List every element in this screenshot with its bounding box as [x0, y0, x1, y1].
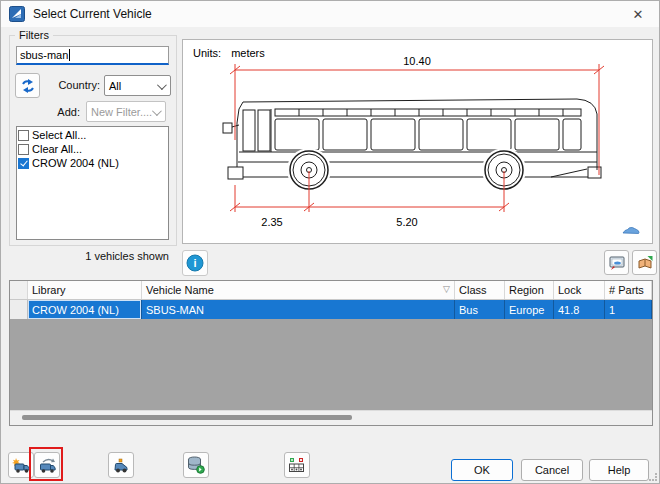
add-filter-select[interactable]: New Filter.... [86, 101, 166, 122]
vehicle-table: Library Vehicle Name ▽ Class Region Lock… [9, 280, 653, 426]
cell-parts[interactable]: 1 [605, 300, 652, 319]
library-filter-list: Select All... Clear All... CROW 2004 (NL… [16, 126, 169, 240]
chevron-down-icon [152, 106, 162, 116]
dialog-title: Select Current Vehicle [33, 7, 152, 21]
help-button[interactable]: Help [589, 459, 649, 481]
column-header-parts[interactable]: # Parts [605, 281, 652, 299]
info-icon: i [186, 254, 204, 272]
vehicle-search-input[interactable]: sbus-man [16, 46, 169, 65]
cell-library[interactable]: CROW 2004 (NL) [28, 300, 142, 319]
row-selector-header [10, 281, 28, 299]
new-vehicle-icon [11, 457, 31, 474]
filters-group-label: Filters [15, 29, 53, 41]
cancel-button[interactable]: Cancel [521, 459, 583, 481]
scrollbar-thumb[interactable] [22, 415, 352, 420]
column-header-lock[interactable]: Lock [554, 281, 605, 299]
report-book-icon [636, 255, 654, 271]
select-current-vehicle-dialog: Select Current Vehicle ✕ Filters sbus-ma… [0, 0, 660, 484]
app-logo-icon [9, 6, 25, 22]
sort-descending-icon: ▽ [443, 284, 450, 294]
cell-vehicle-name[interactable]: SBUS-MAN [142, 300, 455, 319]
list-item-clear-all[interactable]: Clear All... [17, 142, 168, 156]
add-filter-selected-value: New Filter.... [91, 106, 152, 118]
vehicle-preview-window-button[interactable] [604, 250, 629, 275]
text-caret [69, 49, 70, 61]
dim-wheelbase: 5.20 [396, 216, 417, 228]
titlebar: Select Current Vehicle ✕ [1, 1, 659, 27]
list-item-crow-2004[interactable]: CROW 2004 (NL) [17, 156, 168, 170]
add-label: Add: [38, 106, 80, 118]
resize-grip[interactable] [649, 473, 657, 481]
parts-grid-icon [288, 457, 306, 473]
column-header-label: Vehicle Name [146, 284, 214, 296]
vehicle-window-icon [608, 255, 626, 271]
vehicle-preview-panel: Units:meters [182, 39, 653, 244]
list-item-label: Clear All... [32, 143, 82, 155]
svg-text:i: i [193, 257, 196, 269]
filters-group: Filters sbus-man Country: All Add: New F… [9, 35, 177, 246]
vehicle-database-button[interactable] [183, 452, 209, 478]
chevron-down-icon [157, 80, 167, 90]
vehicles-shown-count: 1 vehicles shown [9, 250, 169, 262]
list-item-label: Select All... [32, 129, 86, 141]
row-selector-cell[interactable] [10, 300, 28, 319]
cell-class[interactable]: Bus [455, 300, 505, 319]
manage-parts-button[interactable] [284, 452, 310, 478]
list-item-select-all[interactable]: Select All... [17, 128, 168, 142]
column-header-vehicle-name[interactable]: Vehicle Name ▽ [142, 281, 455, 299]
close-icon[interactable]: ✕ [629, 5, 647, 23]
column-header-region[interactable]: Region [505, 281, 554, 299]
table-row-selected[interactable]: CROW 2004 (NL) SBUS-MAN Bus Europe 41.8 … [10, 300, 652, 319]
vehicle-icon [112, 457, 130, 474]
vehicle-side-view-drawing: 10.40 2.35 5.20 [183, 40, 652, 243]
dim-overall-length: 10.40 [403, 55, 431, 67]
country-select[interactable]: All [104, 75, 171, 96]
list-item-label: CROW 2004 (NL) [32, 157, 119, 169]
country-selected-value: All [109, 80, 121, 92]
refresh-filter-button[interactable] [15, 73, 40, 98]
table-header-row: Library Vehicle Name ▽ Class Region Lock… [10, 281, 652, 300]
annotation-highlight-box [29, 447, 63, 481]
horizontal-scrollbar[interactable] [10, 410, 652, 425]
refresh-icon [20, 78, 36, 94]
checkbox-checked[interactable] [18, 158, 29, 169]
vehicle-properties-button[interactable] [108, 452, 134, 478]
cell-lock[interactable]: 41.8 [554, 300, 605, 319]
search-input-value: sbus-man [20, 49, 68, 61]
checkbox-unchecked[interactable] [18, 144, 29, 155]
dim-front-overhang: 2.35 [261, 216, 282, 228]
column-header-library[interactable]: Library [28, 281, 142, 299]
ok-button[interactable]: OK [451, 459, 513, 481]
column-header-class[interactable]: Class [455, 281, 505, 299]
cell-region[interactable]: Europe [505, 300, 554, 319]
vehicle-info-button[interactable]: i [182, 250, 208, 276]
car-icon [622, 226, 640, 235]
country-label: Country: [38, 79, 100, 91]
database-icon [187, 456, 205, 474]
vehicle-report-button[interactable] [632, 250, 657, 275]
checkbox-unchecked[interactable] [18, 130, 29, 141]
